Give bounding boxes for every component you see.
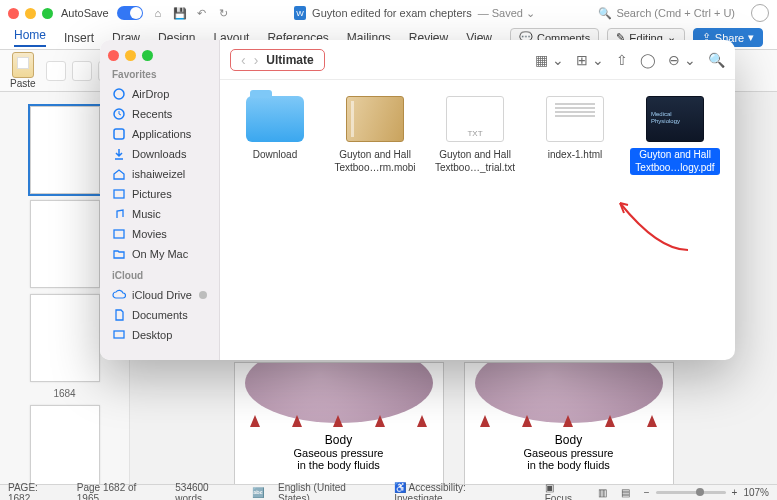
autosave-toggle[interactable] <box>117 6 143 20</box>
movies-icon <box>112 227 126 241</box>
cloud-icon <box>112 288 126 302</box>
ebook-icon <box>346 96 404 142</box>
zoom-control[interactable]: − + 107% <box>644 487 769 498</box>
airdrop-icon <box>112 87 126 101</box>
document-title[interactable]: W Guyton edited for exam chepters — Save… <box>239 6 591 20</box>
status-page-of[interactable]: Page 1682 of 1965 <box>77 482 161 501</box>
window-titlebar: AutoSave ⌂ 💾 ↶ ↻ W Guyton edited for exa… <box>0 0 777 26</box>
file-item[interactable]: index-1.html <box>530 96 620 163</box>
home-folder-icon <box>112 167 126 181</box>
home-icon[interactable]: ⌂ <box>151 6 165 20</box>
search-icon[interactable]: 🔍 <box>708 52 725 68</box>
file-name: Download <box>230 148 320 163</box>
sidebar-item-home[interactable]: ishaiweizel <box>108 164 211 184</box>
file-name: Guyton and Hall Textboo…logy.pdf <box>630 148 720 175</box>
doc-status: Saved <box>492 7 523 19</box>
zoom-out-icon[interactable]: − <box>644 487 650 498</box>
pdf-file-icon <box>646 96 704 142</box>
maximize-icon[interactable] <box>42 8 53 19</box>
minimize-icon[interactable] <box>25 8 36 19</box>
tab-insert[interactable]: Insert <box>64 31 94 45</box>
status-accessibility[interactable]: ♿ Accessibility: Investigate <box>394 482 517 501</box>
paste-button[interactable]: Paste <box>10 52 36 89</box>
word-doc-icon: W <box>294 6 306 20</box>
group-by-icon[interactable]: ⊞ ⌄ <box>576 52 604 68</box>
tab-home[interactable]: Home <box>14 28 46 47</box>
close-icon[interactable] <box>8 8 19 19</box>
actions-icon[interactable]: ⊖ ⌄ <box>668 52 696 68</box>
search-field[interactable]: 🔍 Search (Cmd + Ctrl + U) <box>598 7 735 20</box>
sidebar-item-applications[interactable]: Applications <box>108 124 211 144</box>
file-item-selected[interactable]: Guyton and Hall Textboo…logy.pdf <box>630 96 720 175</box>
page-thumbnail[interactable] <box>30 405 100 484</box>
sidebar-heading-favorites: Favorites <box>112 69 207 80</box>
view-print-icon[interactable]: ▥ <box>598 487 607 498</box>
download-icon <box>112 147 126 161</box>
finder-path-control[interactable]: ‹ › Ultimate <box>230 49 325 71</box>
folder-icon <box>246 96 304 142</box>
finder-window: Favorites AirDrop Recents Applications D… <box>100 40 735 360</box>
profile-avatar[interactable] <box>751 4 769 22</box>
sidebar-item-downloads[interactable]: Downloads <box>108 144 211 164</box>
file-item[interactable]: Guyton and Hall Textboo…_trial.txt <box>430 96 520 175</box>
page-content: Body Gaseous pressure in the body fluids <box>464 362 674 500</box>
zoom-slider[interactable] <box>656 491 726 494</box>
sidebar-item-pictures[interactable]: Pictures <box>108 184 211 204</box>
copy-icon[interactable] <box>72 61 92 81</box>
file-item[interactable]: Guyton and Hall Textboo…rm.mobi <box>330 96 420 175</box>
sidebar-item-documents[interactable]: Documents <box>108 305 211 325</box>
focus-mode-button[interactable]: ▣ Focus <box>545 482 584 501</box>
view-web-icon[interactable]: ▤ <box>621 487 630 498</box>
document-icon <box>112 308 126 322</box>
finder-traffic-lights[interactable] <box>108 50 211 61</box>
tags-icon[interactable]: ◯ <box>640 52 656 68</box>
autosave-label: AutoSave <box>61 7 109 19</box>
finder-sidebar: Favorites AirDrop Recents Applications D… <box>100 40 220 360</box>
text-file-icon <box>446 96 504 142</box>
undo-icon[interactable]: ↶ <box>195 6 209 20</box>
svg-rect-7 <box>114 331 124 338</box>
zoom-in-icon[interactable]: + <box>732 487 738 498</box>
status-page[interactable]: PAGE: 1682 <box>8 482 63 501</box>
status-wordcount[interactable]: 534600 words <box>175 482 238 501</box>
cut-icon[interactable] <box>46 61 66 81</box>
share-icon[interactable]: ⇧ <box>616 52 628 68</box>
view-grid-icon[interactable]: ▦ ⌄ <box>535 52 564 68</box>
zoom-value[interactable]: 107% <box>743 487 769 498</box>
status-bar: PAGE: 1682 Page 1682 of 1965 534600 word… <box>0 484 777 500</box>
file-name: Guyton and Hall Textboo…rm.mobi <box>330 148 420 175</box>
sync-status-dot <box>199 291 207 299</box>
back-icon[interactable]: ‹ <box>241 52 246 68</box>
sidebar-item-movies[interactable]: Movies <box>108 224 211 244</box>
page-content: Body Gaseous pressure in the body fluids <box>234 362 444 500</box>
status-language[interactable]: English (United States) <box>278 482 380 501</box>
sidebar-item-desktop[interactable]: Desktop <box>108 325 211 345</box>
sidebar-item-iclouddrive[interactable]: iCloud Drive <box>108 285 211 305</box>
pictures-icon <box>112 187 126 201</box>
forward-icon[interactable]: › <box>254 52 259 68</box>
traffic-lights[interactable] <box>8 8 53 19</box>
svg-rect-5 <box>114 190 124 198</box>
music-icon <box>112 207 126 221</box>
page-thumbnail[interactable] <box>30 200 100 288</box>
svg-rect-4 <box>114 129 124 139</box>
clock-icon <box>112 107 126 121</box>
thumbnail-page-number: 1684 <box>53 388 75 399</box>
file-name: index-1.html <box>530 148 620 163</box>
file-name: Guyton and Hall Textboo…_trial.txt <box>430 148 520 175</box>
sidebar-item-onmymac[interactable]: On My Mac <box>108 244 211 264</box>
save-icon[interactable]: 💾 <box>173 6 187 20</box>
sidebar-item-recents[interactable]: Recents <box>108 104 211 124</box>
page-thumbnail[interactable] <box>30 294 100 382</box>
finder-file-grid[interactable]: Download Guyton and Hall Textboo…rm.mobi… <box>220 80 735 360</box>
page-thumbnail[interactable] <box>30 106 100 194</box>
sidebar-item-airdrop[interactable]: AirDrop <box>108 84 211 104</box>
file-item[interactable]: Download <box>230 96 320 163</box>
html-file-icon <box>546 96 604 142</box>
desktop-icon <box>112 328 126 342</box>
sidebar-item-music[interactable]: Music <box>108 204 211 224</box>
finder-toolbar: ‹ › Ultimate ▦ ⌄ ⊞ ⌄ ⇧ ◯ ⊖ ⌄ 🔍 <box>220 40 735 80</box>
doc-title-text: Guyton edited for exam chepters <box>312 7 472 19</box>
spellcheck-icon[interactable]: 🔤 <box>252 487 264 498</box>
redo-icon[interactable]: ↻ <box>217 6 231 20</box>
